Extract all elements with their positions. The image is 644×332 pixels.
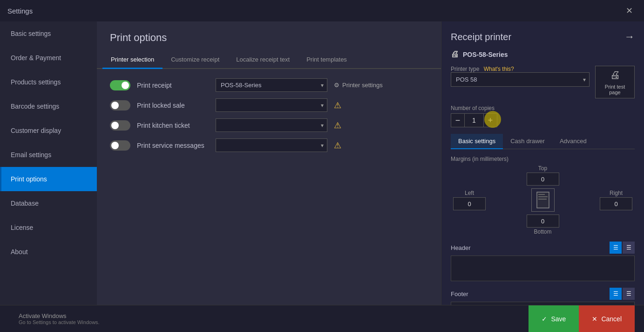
- copies-plus-button[interactable]: +: [483, 113, 497, 127]
- print-locked-sale-toggle[interactable]: [110, 100, 130, 111]
- header-align-right-button[interactable]: ☰: [623, 242, 635, 254]
- sidebar-label: Order & Payment: [11, 54, 61, 62]
- footer-top-row: Footer ☰ ☰: [451, 288, 635, 300]
- center-panel: Print options Printer selection Customiz…: [97, 21, 441, 305]
- top-margin-input[interactable]: [527, 173, 559, 186]
- printer-type-label: Printer type What's this?: [451, 66, 590, 72]
- print-receipt-select-wrapper: POS-58-Series: [216, 78, 327, 92]
- margins-grid: Top Left: [451, 165, 635, 235]
- print-service-messages-select[interactable]: [216, 138, 327, 152]
- left-label: Left: [465, 190, 474, 196]
- warning-icon-service: ⚠: [334, 140, 341, 151]
- printer-rows: Print receipt POS-58-Series ⚙ Printer se…: [97, 69, 441, 161]
- print-service-messages-toggle[interactable]: [110, 140, 130, 151]
- whats-this-link[interactable]: What's this?: [484, 66, 514, 72]
- sidebar-label: Database: [11, 200, 39, 207]
- tab-customize-receipt[interactable]: Customize receipt: [163, 51, 228, 69]
- sidebar-item-order-payment[interactable]: Order & Payment: [0, 46, 97, 70]
- print-locked-sale-row: Print locked sale ⚠: [110, 98, 428, 112]
- rp-arrow-button[interactable]: →: [624, 31, 635, 43]
- sidebar-label: Customer display: [11, 127, 61, 134]
- footer-label: Footer: [451, 290, 468, 297]
- cancel-button[interactable]: ✕ Cancel: [579, 305, 635, 332]
- header-top-row: Header ☰ ☰: [451, 242, 635, 254]
- left-margin-input[interactable]: [453, 197, 486, 210]
- copies-row: − 1 +: [451, 113, 497, 127]
- print-kitchen-ticket-select[interactable]: [216, 118, 327, 132]
- save-button[interactable]: ✓ Save: [529, 305, 579, 332]
- print-icon: 🖨: [610, 69, 620, 81]
- print-kitchen-ticket-select-wrapper: [216, 118, 327, 132]
- print-receipt-label: Print receipt: [137, 82, 209, 89]
- footer-textarea[interactable]: [451, 302, 635, 305]
- sidebar-item-basic-settings[interactable]: Basic settings: [0, 21, 97, 46]
- header-textarea[interactable]: [451, 256, 635, 281]
- rp-tab-advanced[interactable]: Advanced: [552, 134, 594, 149]
- copies-minus-button[interactable]: −: [451, 113, 465, 127]
- margins-section: Margins (in millimeters) Top Left: [451, 156, 635, 235]
- bottom-margin-input[interactable]: [527, 214, 559, 228]
- tab-print-templates[interactable]: Print templates: [298, 51, 355, 69]
- window-title: Settings: [7, 7, 33, 15]
- rp-tabs: Basic settings Cash drawer Advanced: [451, 134, 635, 149]
- top-label: Top: [538, 165, 547, 172]
- svg-rect-3: [538, 199, 547, 200]
- page-preview-icon: [531, 188, 555, 212]
- svg-rect-1: [538, 194, 545, 195]
- printer-type-select[interactable]: POS 58 POS 80 A4: [451, 72, 590, 87]
- sidebar-item-customer-display[interactable]: Customer display: [0, 118, 97, 143]
- right-margin-input[interactable]: [600, 197, 632, 210]
- svg-rect-2: [538, 196, 548, 197]
- footer-align-left-button[interactable]: ☰: [610, 288, 622, 300]
- sidebar-label: About: [11, 248, 28, 256]
- bottom-label: Bottom: [534, 228, 551, 235]
- print-locked-sale-select[interactable]: [216, 98, 327, 112]
- rp-printer-type-select-wrapper: POS 58 POS 80 A4: [451, 72, 590, 87]
- checkmark-icon: ✓: [542, 315, 547, 323]
- close-button[interactable]: ✕: [622, 5, 637, 17]
- rp-printer-name: 🖨 POS-58-Series: [451, 49, 635, 59]
- activate-windows-notice: Activate Windows Go to Settings to activ…: [9, 312, 529, 325]
- sidebar-label: Basic settings: [11, 30, 51, 37]
- footer-section: Footer ☰ ☰: [451, 288, 635, 305]
- printer-type-section: Printer type What's this? POS 58 POS 80 …: [451, 66, 590, 87]
- rp-header: Receipt printer →: [451, 31, 635, 43]
- margins-label: Margins (in millimeters): [451, 156, 635, 162]
- print-test-page-button[interactable]: 🖨 Print test page: [595, 66, 635, 98]
- sidebar-item-database[interactable]: Database: [0, 191, 97, 215]
- print-service-messages-row: Print service messages ⚠: [110, 138, 428, 152]
- sidebar-item-license[interactable]: License: [0, 215, 97, 240]
- print-receipt-toggle[interactable]: [110, 80, 130, 90]
- print-kitchen-ticket-row: Print kitchen ticket ⚠: [110, 118, 428, 132]
- warning-icon: ⚠: [334, 100, 341, 111]
- footer-align-icons: ☰ ☰: [610, 288, 635, 300]
- tab-localize-receipt[interactable]: Localize receipt text: [228, 51, 298, 69]
- rp-title: Receipt printer: [451, 32, 511, 42]
- print-kitchen-ticket-toggle[interactable]: [110, 120, 130, 131]
- sidebar-item-products-settings[interactable]: Products settings: [0, 70, 97, 94]
- rp-tab-basic[interactable]: Basic settings: [451, 134, 503, 149]
- warning-icon-kitchen: ⚠: [334, 120, 341, 131]
- right-panel: Receipt printer → 🖨 POS-58-Series Printe…: [441, 21, 644, 305]
- main-content: Basic settings Order & Payment Products …: [0, 21, 644, 305]
- footer-align-right-button[interactable]: ☰: [623, 288, 635, 300]
- sidebar-item-email-settings[interactable]: Email settings: [0, 143, 97, 167]
- print-locked-sale-label: Print locked sale: [137, 102, 209, 109]
- copies-value: 1: [465, 113, 483, 127]
- sidebar-item-print-options[interactable]: Print options: [0, 167, 97, 191]
- sidebar-label: Email settings: [11, 151, 51, 159]
- rp-tab-cash-drawer[interactable]: Cash drawer: [503, 134, 552, 149]
- print-service-messages-label: Print service messages: [137, 142, 209, 149]
- printer-settings-link[interactable]: ⚙ Printer settings: [334, 82, 383, 89]
- header-align-icons: ☰ ☰: [610, 242, 635, 254]
- header-align-left-button[interactable]: ☰: [610, 242, 622, 254]
- sidebar-item-about[interactable]: About: [0, 240, 97, 264]
- copies-label: Number of copies: [451, 105, 635, 111]
- printer-type-test-row: Printer type What's this? POS 58 POS 80 …: [451, 66, 635, 98]
- activate-windows-title: Activate Windows: [19, 312, 529, 319]
- bottom-bar: Activate Windows Go to Settings to activ…: [0, 305, 644, 332]
- print-receipt-select[interactable]: POS-58-Series: [216, 78, 327, 92]
- sidebar-item-barcode-settings[interactable]: Barcode settings: [0, 94, 97, 118]
- tab-printer-selection[interactable]: Printer selection: [102, 51, 163, 69]
- header-section: Header ☰ ☰: [451, 242, 635, 281]
